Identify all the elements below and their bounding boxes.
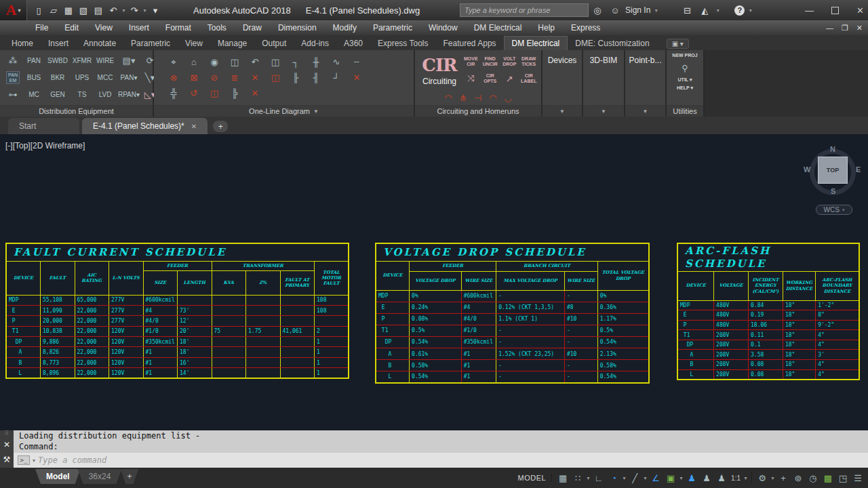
insert-round-symbol-icon[interactable]: ◉: [207, 55, 222, 70]
file-tab-active[interactable]: E-4.1 (Panel Schedules)* ✕: [82, 118, 208, 134]
panel-label-one-line[interactable]: One-Line Diagram▼: [154, 105, 414, 117]
drawing-canvas[interactable]: [-][Top][2D Wireframe] N W E S TOP WCS▾ …: [0, 134, 868, 430]
autodesk-exchange-icon[interactable]: ◭: [697, 3, 712, 18]
jumper-icon[interactable]: ∿: [329, 55, 344, 70]
command-prompt-icon[interactable]: >_: [18, 455, 30, 465]
menu-window[interactable]: Window: [420, 20, 466, 35]
menu-view[interactable]: View: [87, 20, 121, 35]
menu-modify[interactable]: Modify: [325, 20, 365, 35]
viewcube-south[interactable]: S: [831, 187, 835, 195]
graphics-performance-icon[interactable]: ◷: [806, 470, 821, 485]
command-history[interactable]: Loading distribution equipment list - Co…: [14, 430, 868, 453]
draw-ticks-button[interactable]: DRAW TICKS: [519, 56, 539, 67]
pan-em-button[interactable]: PANEM: [6, 71, 20, 84]
xfmr-button[interactable]: XFMR: [73, 57, 92, 64]
clean-screen-icon[interactable]: ◳: [835, 470, 850, 485]
homerun-curve-icon[interactable]: ◠: [486, 90, 500, 105]
menu-dm-electrical[interactable]: DM Electrical: [466, 20, 530, 35]
wire-button[interactable]: WIRE: [96, 57, 114, 64]
maximize-button[interactable]: [831, 7, 839, 14]
homerun-split-icon[interactable]: ⊣: [471, 90, 486, 105]
bus-duct-icon[interactable]: ◫: [227, 55, 242, 70]
search-input[interactable]: [460, 3, 589, 17]
tab-close-icon[interactable]: ✕: [191, 123, 197, 130]
viewcube-east[interactable]: E: [856, 165, 861, 174]
tab-dme-customization[interactable]: DME: Customization: [568, 37, 656, 50]
isolate-objects-icon[interactable]: ⊚: [791, 470, 806, 485]
undo-caret-icon[interactable]: ▾: [121, 3, 127, 18]
customization-menu-icon[interactable]: ☰: [850, 470, 865, 485]
command-caret-icon[interactable]: ▾: [33, 458, 35, 464]
magnifier-icon[interactable]: ⚲: [677, 60, 692, 75]
pan-button[interactable]: PAN: [27, 57, 41, 64]
delete-symbol-icon[interactable]: ⊗: [166, 70, 181, 85]
menu-format[interactable]: Format: [157, 20, 199, 35]
exchange-caret-icon[interactable]: ▾: [715, 3, 721, 18]
tab-view[interactable]: View: [178, 37, 210, 50]
close-button[interactable]: ✕: [856, 5, 864, 16]
find-uncir-button[interactable]: FIND UNCIR: [481, 56, 500, 67]
cir-label-button[interactable]: CIR LABEL: [519, 73, 539, 84]
isometric-drafting-icon[interactable]: ╱: [627, 470, 642, 485]
new-tab-button[interactable]: +: [213, 121, 228, 132]
panel-point-b[interactable]: Point-b... ▼: [625, 50, 667, 117]
delete-branch-icon[interactable]: ✕: [248, 86, 262, 101]
tab-manage[interactable]: Manage: [210, 37, 254, 50]
annotation-autoscale-icon[interactable]: ♟: [699, 470, 714, 485]
command-close-icon[interactable]: ✕: [3, 440, 10, 449]
workspace-caret-icon[interactable]: ▾: [770, 470, 776, 485]
workspace-settings-icon[interactable]: ⚙: [755, 470, 770, 485]
menu-file[interactable]: File: [27, 20, 56, 35]
model-space-button[interactable]: MODEL: [512, 474, 552, 482]
viewcube-north[interactable]: N: [830, 145, 835, 153]
panel-3d-bim[interactable]: 3D-BIM ▼: [583, 50, 625, 117]
iso-caret-icon[interactable]: ▾: [642, 470, 648, 485]
doc-close-button[interactable]: ✕: [856, 24, 863, 33]
file-tab-start[interactable]: Start: [8, 118, 79, 134]
bus-marker-icon[interactable]: ◫: [207, 86, 222, 101]
snap-mode-icon[interactable]: ∷: [570, 470, 585, 485]
save-as-icon[interactable]: ▧: [76, 3, 91, 18]
menu-tools[interactable]: Tools: [199, 20, 235, 35]
viewcube-top-face[interactable]: TOP: [818, 157, 848, 184]
annotation-monitor-plus-icon[interactable]: +: [776, 470, 791, 485]
edit-bus-icon[interactable]: ≣: [227, 70, 242, 85]
menu-express[interactable]: Express: [563, 20, 608, 35]
insert-arch-symbol-icon[interactable]: ⌂: [186, 55, 201, 70]
cir-opts-button[interactable]: CIR OPTS: [481, 73, 500, 84]
redo-icon[interactable]: ↷: [127, 3, 142, 18]
switch-pair-icon[interactable]: ╬: [166, 86, 181, 101]
sign-in-caret-icon[interactable]: ▾: [653, 3, 659, 18]
polar-caret-icon[interactable]: ▾: [621, 470, 627, 485]
redo-caret-icon[interactable]: ▾: [142, 3, 148, 18]
plot-icon[interactable]: ▤: [91, 3, 106, 18]
delete-connection-icon[interactable]: ✕: [248, 70, 262, 85]
lvd-button[interactable]: LVD: [99, 91, 112, 98]
help-caret-icon[interactable]: ▾: [747, 3, 753, 18]
dashed-line-icon[interactable]: ╌: [349, 55, 364, 70]
branch-connector-icon[interactable]: ╠: [227, 86, 242, 101]
new-layout-button[interactable]: +: [120, 469, 138, 484]
pan-schedule-button[interactable]: PAN▾: [121, 74, 138, 81]
new-proj-button[interactable]: NEW PROJ: [672, 53, 697, 58]
bracket-connector-icon[interactable]: ╟: [288, 70, 303, 85]
homerun-arc-icon[interactable]: ◠: [441, 90, 456, 105]
step-connector-icon[interactable]: ┐: [288, 55, 303, 70]
corner-connector-icon[interactable]: ┘: [329, 70, 344, 85]
rpan-button[interactable]: RPAN▾: [118, 91, 140, 98]
pointb-caret-icon[interactable]: ▼: [643, 108, 648, 115]
polar-tracking-icon[interactable]: ◔: [606, 470, 621, 485]
open-folder-icon[interactable]: ▱: [46, 3, 61, 18]
tab-annotate[interactable]: Annotate: [76, 37, 123, 50]
undo-connection-icon[interactable]: ↶: [248, 55, 262, 70]
cir-arrow-icon[interactable]: ↗: [502, 71, 517, 86]
mc-button[interactable]: MC: [28, 91, 39, 98]
bus-button[interactable]: BUS: [27, 74, 41, 81]
hardware-acceleration-icon[interactable]: ▩: [821, 470, 835, 485]
snap-caret-icon[interactable]: ▾: [585, 470, 591, 485]
gen-button[interactable]: GEN: [50, 91, 65, 98]
autocad-logo[interactable]: A▾: [0, 0, 27, 20]
new-file-icon[interactable]: ▯: [31, 3, 46, 18]
object-snap-icon[interactable]: ▣: [663, 470, 678, 485]
one-line-tree-icon[interactable]: ⁂: [5, 54, 20, 68]
